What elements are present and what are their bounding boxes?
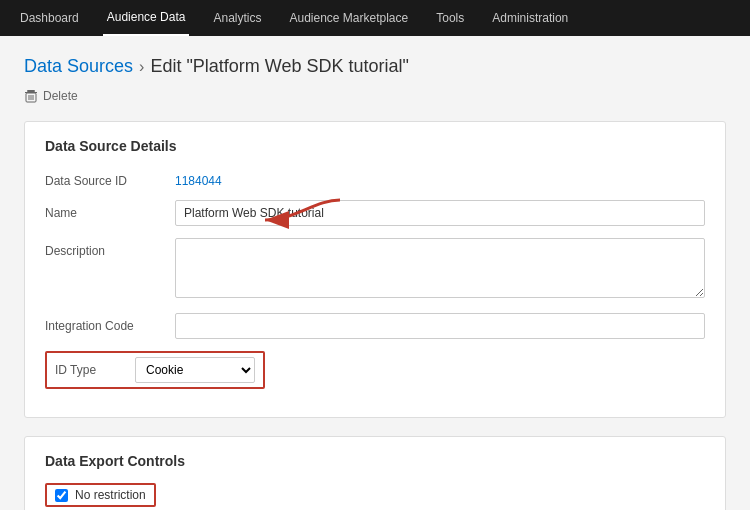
- id-type-highlighted-wrapper: ID Type Cookie Cross-Device Mobile Devic…: [45, 351, 265, 389]
- delete-label: Delete: [43, 89, 78, 103]
- name-label: Name: [45, 200, 175, 220]
- data-source-id-value: 1184044: [175, 168, 705, 188]
- integration-code-field-wrapper: [175, 313, 705, 339]
- nav-item-administration[interactable]: Administration: [488, 0, 572, 36]
- no-restriction-wrapper: No restriction: [45, 483, 156, 507]
- description-field-wrapper: [175, 238, 705, 301]
- breadcrumb-current: Edit "Platform Web SDK tutorial": [150, 56, 409, 77]
- data-source-id-row: Data Source ID 1184044: [45, 168, 705, 188]
- page-content: Data Sources › Edit "Platform Web SDK tu…: [0, 36, 750, 510]
- trash-icon: [24, 89, 38, 103]
- name-row: Name: [45, 200, 705, 226]
- integration-code-input[interactable]: [175, 313, 705, 339]
- id-type-select[interactable]: Cookie Cross-Device Mobile Device Graph: [135, 357, 255, 383]
- no-restriction-checkbox[interactable]: [55, 489, 68, 502]
- breadcrumb-separator: ›: [139, 58, 144, 76]
- delete-button[interactable]: Delete: [24, 89, 78, 103]
- top-nav: Dashboard Audience Data Analytics Audien…: [0, 0, 750, 36]
- integration-code-row: Integration Code: [45, 313, 705, 339]
- data-source-details-title: Data Source Details: [45, 138, 705, 154]
- nav-item-analytics[interactable]: Analytics: [209, 0, 265, 36]
- nav-item-tools[interactable]: Tools: [432, 0, 468, 36]
- no-restriction-label: No restriction: [75, 488, 146, 502]
- data-source-id-label: Data Source ID: [45, 168, 175, 188]
- id-type-label: ID Type: [55, 363, 135, 377]
- nav-item-dashboard[interactable]: Dashboard: [16, 0, 83, 36]
- name-input[interactable]: [175, 200, 705, 226]
- data-export-controls-title: Data Export Controls: [45, 453, 705, 469]
- breadcrumb: Data Sources › Edit "Platform Web SDK tu…: [24, 56, 726, 77]
- breadcrumb-link[interactable]: Data Sources: [24, 56, 133, 77]
- data-source-details-card: Data Source Details Data Source ID 11840…: [24, 121, 726, 418]
- description-input[interactable]: [175, 238, 705, 298]
- nav-item-audience-data[interactable]: Audience Data: [103, 0, 190, 36]
- id-type-row: ID Type Cookie Cross-Device Mobile Devic…: [45, 351, 705, 389]
- name-field-wrapper: [175, 200, 705, 226]
- description-label: Description: [45, 238, 175, 258]
- svg-rect-1: [27, 90, 35, 92]
- description-row: Description: [45, 238, 705, 301]
- nav-item-audience-marketplace[interactable]: Audience Marketplace: [285, 0, 412, 36]
- integration-code-label: Integration Code: [45, 313, 175, 333]
- data-export-controls-card: Data Export Controls No restriction Cann…: [24, 436, 726, 510]
